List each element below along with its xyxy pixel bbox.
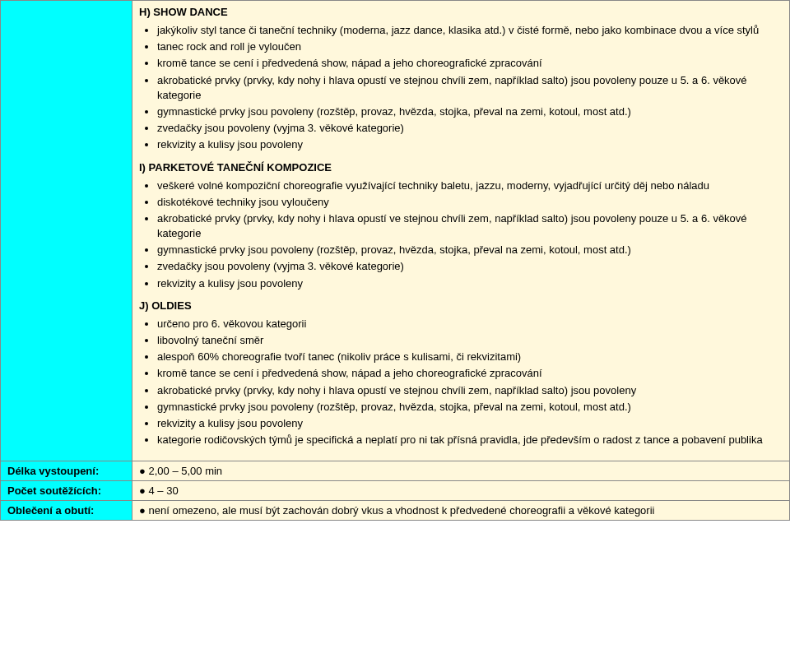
section-h-title: H) SHOW DANCE xyxy=(139,6,783,18)
rules-table: H) SHOW DANCE jakýkoliv styl tance či ta… xyxy=(0,0,790,521)
bullet-icon: ● xyxy=(139,504,146,517)
section-i-list: veškeré volné kompoziční choreografie vy… xyxy=(139,178,783,291)
clothing-row: Oblečení a obutí: ● není omezeno, ale mu… xyxy=(1,501,790,521)
list-item: diskotékové techniky jsou vyloučeny xyxy=(157,195,783,210)
count-value: 4 – 30 xyxy=(148,484,178,497)
clothing-value: není omezeno, ale musí být zachován dobr… xyxy=(148,504,654,517)
list-item: určeno pro 6. věkovou kategorii xyxy=(157,317,783,331)
list-item: tanec rock and roll je vyloučen xyxy=(157,39,783,54)
count-label: Počet soutěžících: xyxy=(1,481,132,501)
list-item: kategorie rodičovských týmů je specifick… xyxy=(157,433,783,447)
list-item: kromě tance se cení i předvedená show, n… xyxy=(157,366,783,381)
list-item: libovolný taneční směr xyxy=(157,333,783,348)
list-item: akrobatické prvky (prvky, kdy nohy i hla… xyxy=(157,211,783,241)
list-item: jakýkoliv styl tance či taneční techniky… xyxy=(157,23,783,38)
list-item: gymnastické prvky jsou povoleny (rozštěp… xyxy=(157,243,783,257)
section-i-title: I) PARKETOVÉ TANEČNÍ KOMPOZICE xyxy=(139,161,783,174)
list-item: rekvizity a kulisy jsou povoleny xyxy=(157,137,783,152)
duration-label: Délka vystoupení: xyxy=(1,461,132,481)
duration-value: 2,00 – 5,00 min xyxy=(148,465,222,477)
count-row: Počet soutěžících: ● 4 – 30 xyxy=(1,481,790,501)
bullet-icon: ● xyxy=(139,484,146,497)
bullet-icon: ● xyxy=(139,465,146,477)
clothing-label: Oblečení a obutí: xyxy=(1,501,132,521)
list-item: gymnastické prvky jsou povoleny (rozštěp… xyxy=(157,400,783,415)
sections-row: H) SHOW DANCE jakýkoliv styl tance či ta… xyxy=(1,1,790,461)
list-item: rekvizity a kulisy jsou povoleny xyxy=(157,276,783,291)
list-item: gymnastické prvky jsou povoleny (rozštěp… xyxy=(157,104,783,119)
section-j-list: určeno pro 6. věkovou kategorii libovoln… xyxy=(139,317,783,448)
sections-content-cell: H) SHOW DANCE jakýkoliv styl tance či ta… xyxy=(132,1,790,461)
list-item: akrobatické prvky (prvky, kdy nohy i hla… xyxy=(157,73,783,103)
list-item: rekvizity a kulisy jsou povoleny xyxy=(157,416,783,431)
section-j-title: J) OLDIES xyxy=(139,299,783,312)
section-h-list: jakýkoliv styl tance či taneční techniky… xyxy=(139,23,783,153)
duration-value-cell: ● 2,00 – 5,00 min xyxy=(132,461,790,481)
sections-label-cell xyxy=(1,1,132,461)
list-item: zvedačky jsou povoleny (vyjma 3. věkové … xyxy=(157,259,783,274)
count-value-cell: ● 4 – 30 xyxy=(132,481,790,501)
duration-row: Délka vystoupení: ● 2,00 – 5,00 min xyxy=(1,461,790,481)
list-item: kromě tance se cení i předvedená show, n… xyxy=(157,56,783,71)
list-item: alespoň 60% choreografie tvoří tanec (ni… xyxy=(157,350,783,364)
clothing-value-cell: ● není omezeno, ale musí být zachován do… xyxy=(132,501,790,521)
list-item: zvedačky jsou povoleny (vyjma 3. věkové … xyxy=(157,121,783,136)
list-item: veškeré volné kompoziční choreografie vy… xyxy=(157,178,783,193)
list-item: akrobatické prvky (prvky, kdy nohy i hla… xyxy=(157,383,783,398)
